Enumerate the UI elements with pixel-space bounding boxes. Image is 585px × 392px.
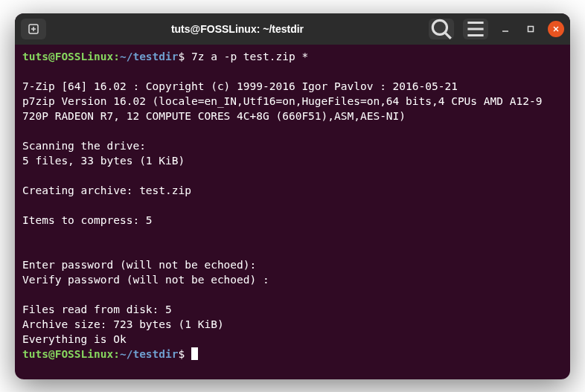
minimize-button[interactable]: [497, 21, 514, 37]
prompt-colon: :: [113, 51, 120, 62]
close-button[interactable]: [548, 21, 564, 37]
output-line: Archive size: 723 bytes (1 KiB): [22, 318, 224, 330]
prompt-user-host: tuts@FOSSLinux: [22, 51, 113, 62]
new-tab-button[interactable]: [21, 19, 46, 39]
hamburger-icon: [463, 16, 488, 42]
output-line: Items to compress: 5: [22, 214, 153, 226]
output-line: Enter password (will not be echoed):: [22, 259, 256, 271]
output-line: Creating archive: test.zip: [22, 184, 191, 196]
close-icon: [552, 25, 560, 33]
menu-button[interactable]: [463, 19, 488, 39]
titlebar: tuts@FOSSLinux: ~/testdir: [15, 13, 570, 45]
minimize-icon: [502, 25, 509, 33]
prompt-colon: :: [113, 348, 120, 360]
new-tab-icon: [28, 23, 39, 35]
output-line: Files read from disk: 5: [22, 303, 172, 315]
search-icon: [429, 16, 454, 42]
maximize-icon: [527, 25, 534, 33]
maximize-button[interactable]: [522, 21, 539, 37]
search-button[interactable]: [429, 19, 454, 39]
titlebar-right: [429, 19, 564, 39]
prompt-user-host: tuts@FOSSLinux: [22, 348, 113, 360]
prompt-dollar: $: [179, 51, 185, 62]
output-line: 5 files, 33 bytes (1 KiB): [22, 155, 185, 167]
terminal-window: tuts@FOSSLinux: ~/testdir: [15, 13, 570, 379]
prompt-path: ~/testdir: [120, 348, 179, 360]
cursor: [191, 347, 198, 360]
svg-rect-9: [528, 26, 534, 31]
output-line: Verify password (will not be echoed) :: [22, 274, 269, 286]
output-line: Everything is Ok: [22, 333, 127, 345]
terminal-body[interactable]: tuts@FOSSLinux:~/testdir$ 7z a -p test.z…: [15, 45, 570, 379]
output-line: 7-Zip [64] 16.02 : Copyright (c) 1999-20…: [22, 80, 458, 92]
prompt-path: ~/testdir: [120, 51, 179, 62]
output-line: Scanning the drive:: [22, 140, 146, 152]
svg-line-4: [445, 33, 450, 38]
window-title: tuts@FOSSLinux: ~/testdir: [52, 23, 423, 35]
output-line: 720P RADEON R7, 12 COMPUTE CORES 4C+8G (…: [22, 110, 406, 122]
svg-point-3: [432, 20, 447, 34]
command-text: 7z a -p test.zip *: [191, 51, 308, 62]
prompt-dollar: $: [179, 348, 185, 360]
output-line: p7zip Version 16.02 (locale=en_IN,Utf16=…: [22, 95, 542, 107]
